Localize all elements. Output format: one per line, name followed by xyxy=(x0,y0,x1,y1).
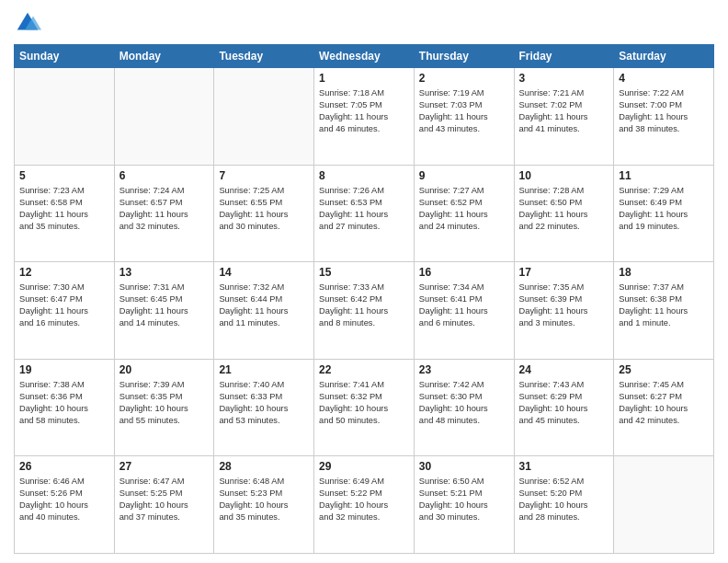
day-number: 23 xyxy=(419,363,509,376)
day-info: Sunrise: 7:30 AM Sunset: 6:47 PM Dayligh… xyxy=(19,282,109,329)
logo-icon xyxy=(14,9,41,37)
calendar-cell: 6Sunrise: 7:24 AM Sunset: 6:57 PM Daylig… xyxy=(114,165,214,262)
day-info: Sunrise: 7:28 AM Sunset: 6:50 PM Dayligh… xyxy=(519,185,609,233)
calendar-cell: 28Sunrise: 6:48 AM Sunset: 5:23 PM Dayli… xyxy=(214,456,314,554)
day-number: 28 xyxy=(219,460,309,473)
day-number: 12 xyxy=(19,266,109,279)
calendar-cell: 25Sunrise: 7:45 AM Sunset: 6:27 PM Dayli… xyxy=(614,359,714,456)
day-number: 10 xyxy=(519,169,609,182)
day-number: 26 xyxy=(19,460,109,473)
calendar-cell: 10Sunrise: 7:28 AM Sunset: 6:50 PM Dayli… xyxy=(514,165,614,262)
day-info: Sunrise: 6:52 AM Sunset: 5:20 PM Dayligh… xyxy=(519,476,609,523)
day-info: Sunrise: 7:29 AM Sunset: 6:49 PM Dayligh… xyxy=(619,185,709,233)
day-info: Sunrise: 7:19 AM Sunset: 7:03 PM Dayligh… xyxy=(419,87,509,135)
calendar-cell: 11Sunrise: 7:29 AM Sunset: 6:49 PM Dayli… xyxy=(614,165,714,262)
day-number: 29 xyxy=(319,460,409,473)
weekday-header-wednesday: Wednesday xyxy=(314,45,415,68)
day-info: Sunrise: 6:48 AM Sunset: 5:23 PM Dayligh… xyxy=(219,476,309,523)
calendar-cell: 24Sunrise: 7:43 AM Sunset: 6:29 PM Dayli… xyxy=(514,359,614,456)
calendar-cell: 15Sunrise: 7:33 AM Sunset: 6:42 PM Dayli… xyxy=(314,262,415,360)
calendar-cell: 5Sunrise: 7:23 AM Sunset: 6:58 PM Daylig… xyxy=(15,165,115,262)
calendar-cell: 1Sunrise: 7:18 AM Sunset: 7:05 PM Daylig… xyxy=(314,68,415,166)
calendar-cell: 2Sunrise: 7:19 AM Sunset: 7:03 PM Daylig… xyxy=(414,68,514,166)
calendar-cell: 23Sunrise: 7:42 AM Sunset: 6:30 PM Dayli… xyxy=(414,359,514,456)
day-info: Sunrise: 7:25 AM Sunset: 6:55 PM Dayligh… xyxy=(219,185,309,233)
logo xyxy=(14,9,43,37)
day-number: 25 xyxy=(619,363,709,376)
day-number: 8 xyxy=(319,169,409,182)
day-number: 18 xyxy=(619,266,709,279)
day-number: 22 xyxy=(319,363,409,376)
week-row-5: 26Sunrise: 6:46 AM Sunset: 5:26 PM Dayli… xyxy=(15,456,714,554)
day-info: Sunrise: 7:18 AM Sunset: 7:05 PM Dayligh… xyxy=(319,87,409,135)
day-info: Sunrise: 7:42 AM Sunset: 6:30 PM Dayligh… xyxy=(419,379,509,427)
day-info: Sunrise: 7:22 AM Sunset: 7:00 PM Dayligh… xyxy=(619,87,709,135)
day-info: Sunrise: 7:34 AM Sunset: 6:41 PM Dayligh… xyxy=(419,282,509,329)
day-number: 5 xyxy=(19,169,109,182)
day-info: Sunrise: 7:38 AM Sunset: 6:36 PM Dayligh… xyxy=(19,379,109,427)
day-info: Sunrise: 7:33 AM Sunset: 6:42 PM Dayligh… xyxy=(319,282,409,329)
day-info: Sunrise: 7:45 AM Sunset: 6:27 PM Dayligh… xyxy=(619,379,709,427)
weekday-header-saturday: Saturday xyxy=(614,45,714,68)
day-number: 3 xyxy=(519,72,609,85)
day-number: 14 xyxy=(219,266,309,279)
calendar-cell: 26Sunrise: 6:46 AM Sunset: 5:26 PM Dayli… xyxy=(15,456,115,554)
day-info: Sunrise: 7:26 AM Sunset: 6:53 PM Dayligh… xyxy=(319,185,409,233)
weekday-header-sunday: Sunday xyxy=(15,45,115,68)
calendar-cell xyxy=(114,68,214,166)
day-number: 15 xyxy=(319,266,409,279)
calendar-cell: 30Sunrise: 6:50 AM Sunset: 5:21 PM Dayli… xyxy=(414,456,514,554)
day-number: 19 xyxy=(19,363,109,376)
week-row-2: 5Sunrise: 7:23 AM Sunset: 6:58 PM Daylig… xyxy=(15,165,714,262)
calendar-table: SundayMondayTuesdayWednesdayThursdayFrid… xyxy=(14,44,714,554)
calendar-cell: 16Sunrise: 7:34 AM Sunset: 6:41 PM Dayli… xyxy=(414,262,514,360)
calendar-cell: 13Sunrise: 7:31 AM Sunset: 6:45 PM Dayli… xyxy=(114,262,214,360)
day-info: Sunrise: 7:24 AM Sunset: 6:57 PM Dayligh… xyxy=(119,185,210,233)
day-number: 20 xyxy=(119,363,210,376)
calendar-cell: 19Sunrise: 7:38 AM Sunset: 6:36 PM Dayli… xyxy=(15,359,115,456)
day-number: 6 xyxy=(119,169,210,182)
day-number: 16 xyxy=(419,266,509,279)
day-number: 31 xyxy=(519,460,609,473)
page: SundayMondayTuesdayWednesdayThursdayFrid… xyxy=(0,0,728,563)
weekday-header-tuesday: Tuesday xyxy=(214,45,314,68)
day-info: Sunrise: 7:41 AM Sunset: 6:32 PM Dayligh… xyxy=(319,379,409,427)
calendar-cell xyxy=(614,456,714,554)
day-info: Sunrise: 7:43 AM Sunset: 6:29 PM Dayligh… xyxy=(519,379,609,427)
day-number: 17 xyxy=(519,266,609,279)
day-info: Sunrise: 6:47 AM Sunset: 5:25 PM Dayligh… xyxy=(119,476,210,523)
weekday-header-monday: Monday xyxy=(114,45,214,68)
calendar-cell xyxy=(214,68,314,166)
day-number: 13 xyxy=(119,266,210,279)
day-info: Sunrise: 7:39 AM Sunset: 6:35 PM Dayligh… xyxy=(119,379,210,427)
day-number: 1 xyxy=(319,72,409,85)
week-row-1: 1Sunrise: 7:18 AM Sunset: 7:05 PM Daylig… xyxy=(15,68,714,166)
day-number: 30 xyxy=(419,460,509,473)
calendar-cell: 7Sunrise: 7:25 AM Sunset: 6:55 PM Daylig… xyxy=(214,165,314,262)
day-info: Sunrise: 7:27 AM Sunset: 6:52 PM Dayligh… xyxy=(419,185,509,233)
day-number: 21 xyxy=(219,363,309,376)
weekday-header-friday: Friday xyxy=(514,45,614,68)
day-number: 11 xyxy=(619,169,709,182)
calendar-cell: 18Sunrise: 7:37 AM Sunset: 6:38 PM Dayli… xyxy=(614,262,714,360)
day-info: Sunrise: 6:49 AM Sunset: 5:22 PM Dayligh… xyxy=(319,476,409,523)
week-row-4: 19Sunrise: 7:38 AM Sunset: 6:36 PM Dayli… xyxy=(15,359,714,456)
calendar-cell: 29Sunrise: 6:49 AM Sunset: 5:22 PM Dayli… xyxy=(314,456,415,554)
calendar-cell: 31Sunrise: 6:52 AM Sunset: 5:20 PM Dayli… xyxy=(514,456,614,554)
day-info: Sunrise: 7:23 AM Sunset: 6:58 PM Dayligh… xyxy=(19,185,109,233)
calendar-cell: 4Sunrise: 7:22 AM Sunset: 7:00 PM Daylig… xyxy=(614,68,714,166)
day-info: Sunrise: 6:50 AM Sunset: 5:21 PM Dayligh… xyxy=(419,476,509,523)
week-row-3: 12Sunrise: 7:30 AM Sunset: 6:47 PM Dayli… xyxy=(15,262,714,360)
weekday-header-thursday: Thursday xyxy=(414,45,514,68)
day-info: Sunrise: 6:46 AM Sunset: 5:26 PM Dayligh… xyxy=(19,476,109,523)
day-info: Sunrise: 7:40 AM Sunset: 6:33 PM Dayligh… xyxy=(219,379,309,427)
header xyxy=(14,9,714,37)
calendar-cell: 12Sunrise: 7:30 AM Sunset: 6:47 PM Dayli… xyxy=(15,262,115,360)
day-info: Sunrise: 7:35 AM Sunset: 6:39 PM Dayligh… xyxy=(519,282,609,329)
day-number: 7 xyxy=(219,169,309,182)
calendar-cell: 8Sunrise: 7:26 AM Sunset: 6:53 PM Daylig… xyxy=(314,165,415,262)
calendar-cell: 3Sunrise: 7:21 AM Sunset: 7:02 PM Daylig… xyxy=(514,68,614,166)
calendar-cell: 21Sunrise: 7:40 AM Sunset: 6:33 PM Dayli… xyxy=(214,359,314,456)
day-info: Sunrise: 7:37 AM Sunset: 6:38 PM Dayligh… xyxy=(619,282,709,329)
day-info: Sunrise: 7:32 AM Sunset: 6:44 PM Dayligh… xyxy=(219,282,309,329)
